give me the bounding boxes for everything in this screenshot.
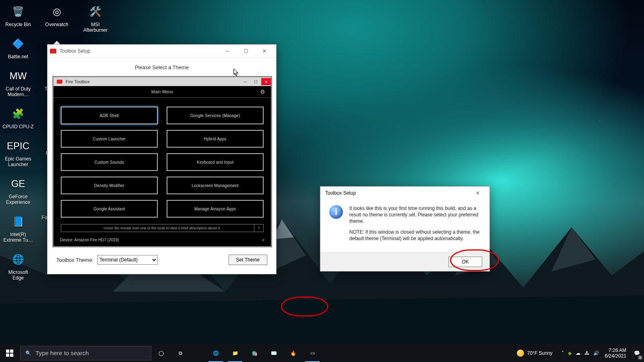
desktop-icon[interactable]: 📘Intel(R) Extreme Tu… — [2, 212, 34, 243]
dialog-text-1: It looks like this is your first time ru… — [349, 205, 481, 225]
desktop-icon-glyph: 🧩 — [9, 105, 27, 123]
taskbar-store[interactable]: 🛍️ — [245, 344, 264, 362]
set-theme-button[interactable]: Set Theme — [229, 255, 267, 265]
notification-badge: 8 — [638, 356, 642, 360]
desktop-icon[interactable]: EPICEpic Games Launcher — [2, 137, 34, 167]
search-icon: 🔍 — [25, 350, 31, 356]
taskbar-fire-toolbox[interactable]: 🔥 — [283, 344, 303, 362]
taskbar-mail[interactable]: ✉️ — [264, 344, 283, 362]
desktop-icon[interactable]: 🛠️MSI Afterburner — [80, 2, 111, 33]
ok-button[interactable]: OK — [448, 257, 482, 267]
clock-date: 6/24/2021 — [605, 353, 626, 359]
preview-app-icon — [57, 80, 62, 84]
theme-select[interactable]: Terminal (Default) — [97, 255, 158, 265]
desktop-icon-glyph: ◎ — [47, 2, 66, 21]
desktop-icon-label: Battle.net — [8, 54, 29, 60]
preview-tool-button: Google Assistant — [61, 200, 158, 218]
desktop-icon[interactable]: 🧩CPUID CPU-Z — [2, 105, 34, 130]
help-icon: ? — [254, 224, 264, 232]
minimize-button[interactable]: ─ — [218, 45, 237, 58]
desktop-icon[interactable]: 🌐Microsoft Edge — [2, 250, 34, 281]
taskbar: 🔍 Type here to search ◯ ⧉ 🌐 📁 🛍️ ✉️ 🔥 ▭ … — [0, 344, 644, 362]
desktop-icon-label: Epic Games Launcher — [2, 156, 34, 167]
svg-rect-3 — [10, 354, 13, 357]
desktop-icon-glyph: GE — [9, 175, 27, 193]
svg-rect-2 — [6, 354, 9, 357]
desktop-icon-label: Call of Duty Modern… — [2, 86, 34, 97]
app-icon — [50, 49, 56, 53]
search-placeholder: Type here to search — [35, 350, 89, 356]
cortana-button[interactable]: ◯ — [151, 344, 171, 362]
preview-title: Fire Toolbox — [66, 79, 90, 84]
theme-preview: Fire Toolbox ─ ☐ ✕ Main Menu ⚙ ADB Shell… — [52, 76, 272, 247]
desktop-icon-glyph: 🛠️ — [86, 2, 105, 21]
desktop-icon-glyph: 🔷 — [9, 35, 27, 53]
preview-menu-label: Main Menu — [151, 89, 173, 94]
desktop-icon-glyph: 📘 — [9, 212, 27, 231]
desktop-icon-label: MSI Afterburner — [80, 22, 111, 33]
taskbar-clock[interactable]: 7:26 AM 6/24/2021 — [605, 348, 626, 359]
desktop-icon-label: Overwatch — [45, 22, 68, 27]
desktop-icon-glyph: 🗑️ — [9, 2, 27, 21]
svg-rect-1 — [10, 350, 13, 353]
info-icon: i — [329, 205, 343, 219]
toolbox-setup-dialog: Toolbox Setup ✕ i It looks like this is … — [320, 186, 490, 272]
dialog-titlebar[interactable]: Toolbox Setup ✕ — [320, 187, 489, 200]
preview-tool-button: Manage Amazon Apps — [167, 200, 264, 218]
tray-chevron-up-icon[interactable]: ˄ — [561, 350, 564, 356]
tray-network-icon[interactable]: 🖧 — [584, 350, 589, 356]
start-button[interactable] — [0, 344, 19, 362]
preview-tool-button: ADB Shell — [61, 107, 158, 124]
clock-time: 7:26 AM — [605, 348, 626, 353]
chevron-right-icon: > — [262, 238, 264, 242]
close-button[interactable]: ✕ — [255, 45, 274, 58]
taskbar-weather[interactable]: 70°F Sunny — [517, 350, 553, 357]
desktop-icon[interactable]: ◎Overwatch — [41, 2, 72, 27]
dialog-title: Toolbox Setup — [325, 190, 356, 196]
desktop-icon[interactable]: 🔷Battle.net — [2, 35, 34, 60]
annotation-circle — [281, 296, 328, 317]
desktop-icon[interactable]: 🗑️Recycle Bin — [2, 2, 34, 27]
preview-tool-button: Keyboard and Input — [167, 153, 264, 171]
desktop-icon[interactable]: MWCall of Duty Modern… — [2, 67, 34, 97]
toolbox-setup-window: Toolbox Setup ─ ☐ ✕ Please Select a Them… — [47, 44, 277, 274]
action-center-button[interactable]: 💬8 — [630, 344, 644, 362]
preview-tool-button: Custom Launcher — [61, 130, 158, 148]
task-view-button[interactable]: ⧉ — [171, 344, 190, 362]
preview-tool-button: Hybrid Apps — [167, 130, 264, 148]
preview-close-icon: ✕ — [261, 78, 271, 85]
preview-tool-button: Density Modifier — [61, 177, 158, 194]
maximize-button[interactable]: ☐ — [237, 45, 255, 58]
heading: Please Select a Theme — [52, 64, 271, 70]
desktop-icon-label: Microsoft Edge — [2, 269, 34, 281]
dialog-text-2: NOTE: if this window is closed without s… — [349, 229, 481, 242]
taskbar-search[interactable]: 🔍 Type here to search — [20, 346, 151, 360]
window-title: Toolbox Setup — [60, 48, 90, 54]
preview-device: Device: Amazon Fire HD7 (2019) — [60, 238, 119, 242]
taskbar-edge[interactable]: 🌐 — [206, 344, 225, 362]
preview-hint: Hover the mouse over one of the tools to… — [103, 226, 221, 230]
preview-tool-button: Google Services (Manage) — [167, 107, 264, 124]
desktop-icon[interactable]: GEGeForce Experience — [2, 175, 34, 205]
titlebar[interactable]: Toolbox Setup ─ ☐ ✕ — [47, 45, 276, 58]
gear-icon: ⚙ — [260, 88, 265, 95]
desktop-icon-glyph: EPIC — [9, 137, 27, 155]
desktop-icon-label: Recycle Bin — [5, 22, 31, 27]
tray-onedrive-icon[interactable]: ☁ — [576, 350, 580, 356]
taskbar-toolbox-setup[interactable]: ▭ — [303, 344, 322, 362]
tray-nvidia-icon[interactable]: ◆ — [568, 350, 572, 356]
desktop-icon-label: GeForce Experience — [2, 194, 34, 205]
desktop-icon-label: CPUID CPU-Z — [2, 124, 33, 130]
preview-max-icon: ☐ — [251, 78, 260, 85]
taskbar-file-explorer[interactable]: 📁 — [225, 344, 245, 362]
weather-text: 70°F Sunny — [527, 350, 553, 356]
dialog-close-button[interactable]: ✕ — [469, 187, 487, 200]
desktop-icon-glyph: MW — [9, 67, 27, 85]
preview-min-icon: ─ — [240, 78, 250, 85]
tray-volume-icon[interactable]: 🔊 — [593, 350, 599, 356]
system-tray[interactable]: ˄ ◆ ☁ 🖧 🔊 — [559, 350, 602, 356]
svg-rect-0 — [6, 350, 9, 353]
desktop-icon-label: Intel(R) Extreme Tu… — [2, 232, 34, 243]
preview-tool-button: Custom Sounds — [61, 153, 158, 171]
sun-icon — [517, 350, 524, 357]
